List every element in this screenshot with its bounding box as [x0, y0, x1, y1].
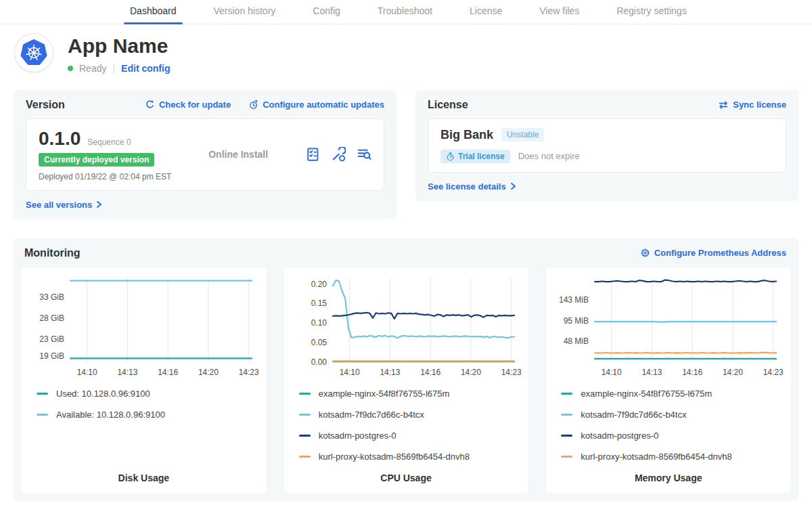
wrench-gear-icon [331, 147, 346, 162]
legend-item: kotsadm-postgres-0 [561, 431, 784, 441]
svg-text:143 MiB: 143 MiB [559, 295, 589, 305]
kubernetes-logo-icon [15, 34, 53, 72]
checklist-icon [305, 147, 320, 162]
app-header: App Name Ready | Edit config [15, 34, 812, 74]
status-text: Ready [79, 63, 106, 74]
see-all-versions-link[interactable]: See all versions [26, 200, 102, 210]
monitoring-section: Monitoring Configure Prometheus Address … [14, 238, 798, 501]
tab-troubleshoot[interactable]: Troubleshoot [371, 5, 438, 24]
svg-text:14:16: 14:16 [158, 368, 178, 377]
install-type: Online Install [171, 149, 305, 160]
svg-text:14:10: 14:10 [339, 368, 359, 377]
svg-text:14:16: 14:16 [420, 368, 441, 377]
legend-item: kotsadm-7f9dc7d66c-b4tcx [299, 410, 522, 420]
page-title: App Name [68, 35, 170, 57]
refresh-icon [145, 100, 155, 110]
legend-swatch [561, 393, 572, 395]
legend-swatch [561, 435, 572, 437]
legend-swatch [561, 414, 572, 416]
divider: | [112, 63, 115, 74]
svg-text:19 GiB: 19 GiB [39, 351, 64, 360]
tab-dashboard[interactable]: Dashboard [124, 5, 183, 24]
svg-text:14:20: 14:20 [461, 368, 481, 377]
legend-swatch [37, 414, 48, 416]
version-card-title: Version [26, 99, 65, 111]
legend-label: kurl-proxy-kotsadm-8569fb6454-dnvh8 [581, 452, 731, 462]
legend: Used: 10.128.0.96:9100Available: 10.128.… [37, 389, 259, 420]
license-name: Big Bank [441, 128, 493, 142]
legend-label: Used: 10.128.0.96:9100 [56, 389, 150, 399]
legend-label: kotsadm-7f9dc7d66c-b4tcx [581, 410, 686, 420]
channel-badge: Unstable [501, 128, 544, 141]
legend-swatch [299, 414, 311, 416]
sync-icon [718, 100, 729, 110]
svg-text:0.05: 0.05 [311, 338, 327, 347]
tab-license[interactable]: License [464, 5, 508, 24]
chevron-right-icon [510, 182, 516, 190]
legend-label: Available: 10.128.0.96:9100 [56, 410, 165, 420]
top-nav: DashboardVersion historyConfigTroublesho… [0, 0, 812, 24]
chart-title: CPU Usage [291, 462, 522, 483]
view-logs-button[interactable] [357, 147, 371, 162]
version-number: 0.1.0 [39, 128, 81, 150]
tab-version-history[interactable]: Version history [208, 5, 282, 24]
tab-view-files[interactable]: View files [533, 5, 585, 24]
deployed-timestamp: Deployed 01/19/22 @ 02:04 pm EST [39, 172, 171, 181]
legend-item: Available: 10.128.0.96:9100 [37, 410, 259, 420]
svg-text:14:13: 14:13 [117, 368, 137, 377]
configure-auto-updates-button[interactable]: Configure automatic updates [248, 100, 384, 110]
license-card-title: License [428, 99, 468, 111]
svg-text:14:20: 14:20 [198, 368, 219, 377]
check-for-update-button[interactable]: Check for update [145, 100, 231, 110]
chevron-right-icon [96, 200, 102, 208]
tab-registry-settings[interactable]: Registry settings [610, 5, 692, 24]
svg-text:14:20: 14:20 [723, 368, 743, 377]
edit-config-icon-button[interactable] [331, 147, 346, 162]
preflight-checks-button[interactable] [305, 147, 320, 162]
see-license-details-link[interactable]: See license details [428, 181, 516, 192]
license-expiry: Does not expire [518, 151, 580, 161]
memory-usage-chart: 143 MiB95 MiB48 MiB14:1014:1314:1614:201… [553, 273, 783, 380]
configure-prometheus-button[interactable]: Configure Prometheus Address [640, 248, 786, 258]
lines-magnifier-icon [357, 147, 371, 162]
legend-swatch [299, 435, 311, 437]
clock-refresh-icon [248, 100, 258, 110]
svg-text:14:23: 14:23 [763, 368, 783, 377]
tab-config[interactable]: Config [307, 5, 346, 24]
legend-swatch [299, 456, 311, 458]
svg-text:14:10: 14:10 [602, 368, 622, 377]
svg-text:48 MiB: 48 MiB [564, 336, 589, 346]
legend: example-nginx-54f8f76755-l675mkotsadm-7f… [561, 389, 784, 462]
cpu-usage-card: 0.200.150.100.050.0014:1014:1314:1614:20… [284, 267, 528, 493]
monitoring-title: Monitoring [24, 247, 81, 259]
disk-usage-card: 33 GiB28 GiB23 GiB19 GiB14:1014:1314:161… [22, 267, 266, 493]
legend-label: kurl-proxy-kotsadm-8569fb6454-dnvh8 [319, 452, 470, 462]
legend: example-nginx-54f8f76755-l675mkotsadm-7f… [299, 389, 522, 462]
license-card: License Sync license Big Bank Unstable [415, 90, 798, 201]
charts-row: 33 GiB28 GiB23 GiB19 GiB14:1014:1314:161… [22, 267, 790, 493]
legend-label: kotsadm-postgres-0 [319, 431, 397, 441]
svg-text:14:16: 14:16 [683, 368, 703, 377]
gear-icon [640, 248, 650, 258]
stopwatch-icon [446, 152, 455, 161]
version-card: Version Check for update Configure au [14, 90, 397, 219]
edit-config-link[interactable]: Edit config [121, 63, 170, 74]
legend-label: example-nginx-54f8f76755-l675m [319, 389, 450, 399]
version-sequence: Sequence 0 [87, 137, 131, 147]
memory-usage-card: 143 MiB95 MiB48 MiB14:1014:1314:1614:201… [546, 267, 790, 493]
svg-text:14:23: 14:23 [239, 368, 258, 377]
svg-text:14:10: 14:10 [77, 368, 97, 377]
svg-text:0.10: 0.10 [311, 318, 327, 328]
legend-item: example-nginx-54f8f76755-l675m [299, 389, 522, 399]
current-version-panel: 0.1.0 Sequence 0 Currently deployed vers… [26, 118, 384, 191]
legend-swatch [37, 393, 48, 395]
sync-license-button[interactable]: Sync license [718, 100, 786, 110]
legend-item: kurl-proxy-kotsadm-8569fb6454-dnvh8 [299, 452, 522, 462]
legend-item: kotsadm-postgres-0 [299, 431, 522, 441]
status-dot [68, 66, 73, 71]
legend-swatch [561, 456, 572, 458]
legend-item: kotsadm-7f9dc7d66c-b4tcx [561, 410, 784, 420]
legend-item: Used: 10.128.0.96:9100 [37, 389, 259, 399]
chart-title: Memory Usage [553, 462, 784, 483]
svg-text:14:23: 14:23 [501, 368, 520, 377]
